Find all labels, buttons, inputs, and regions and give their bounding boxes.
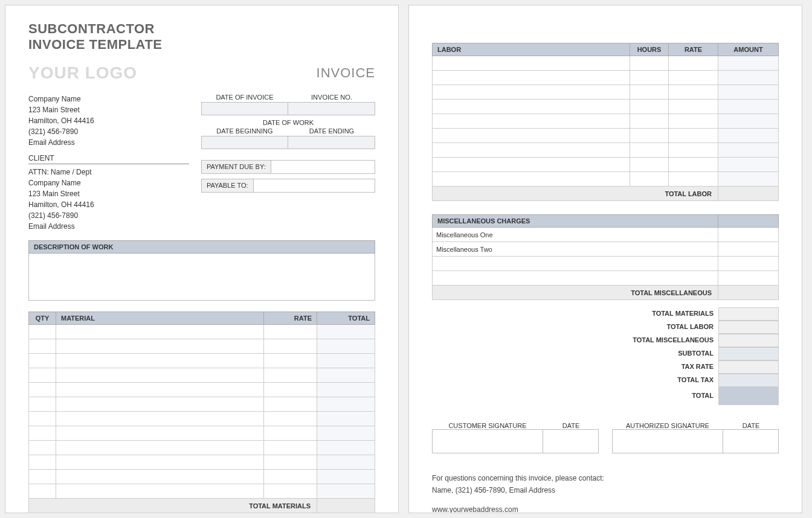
payable-to-input[interactable]	[253, 179, 375, 193]
grand-total-value	[718, 387, 779, 405]
invoice-page-1: SUBCONTRACTOR INVOICE TEMPLATE YOUR LOGO…	[5, 5, 399, 513]
title-line-2: INVOICE TEMPLATE	[28, 37, 375, 53]
customer-signature-label: CUSTOMER SIGNATURE	[432, 422, 543, 429]
client-attn: ATTN: Name / Dept	[28, 167, 189, 177]
authorized-date-label: DATE	[723, 422, 779, 429]
col-hours: HOURS	[630, 43, 669, 56]
total-misc-value	[718, 334, 779, 347]
client-phone: (321) 456-7890	[28, 210, 189, 221]
footer-url: www.yourwebaddress.com	[432, 505, 779, 513]
date-of-invoice-label: DATE OF INVOICE	[201, 94, 288, 102]
total-materials-value	[718, 307, 779, 321]
document-title: SUBCONTRACTOR INVOICE TEMPLATE	[28, 21, 375, 53]
company-info: Company Name 123 Main Street Hamilton, O…	[28, 94, 189, 148]
company-email: Email Address	[28, 137, 189, 148]
authorized-signature-input[interactable]	[613, 430, 723, 453]
title-line-1: SUBCONTRACTOR	[28, 21, 375, 37]
client-header: CLIENT	[28, 154, 189, 164]
grand-total-label: TOTAL	[616, 387, 718, 405]
invoice-no-label: INVOICE NO.	[288, 94, 375, 102]
total-tax-label: TOTAL TAX	[616, 374, 718, 387]
misc-table: MISCELLANEOUS CHARGES Miscellaneous One …	[432, 214, 779, 300]
misc-footer-value	[718, 286, 779, 300]
client-city: Hamilton, OH 44416	[28, 199, 189, 210]
logo-placeholder: YOUR LOGO	[28, 63, 137, 83]
total-labor-value	[718, 321, 779, 334]
company-street: 123 Main Street	[28, 104, 189, 115]
subtotal-value	[718, 347, 779, 360]
tax-rate-label: TAX RATE	[616, 360, 718, 374]
description-of-work-input[interactable]	[28, 254, 375, 301]
misc-row-1[interactable]: Miscellaneous Two	[433, 242, 718, 257]
misc-footer-label: TOTAL MISCELLANEOUS	[433, 286, 718, 300]
col-amount: AMOUNT	[718, 43, 779, 56]
payable-to-label: PAYABLE TO:	[201, 179, 253, 193]
invoice-no-input[interactable]	[288, 102, 375, 115]
total-tax-value	[718, 374, 779, 387]
footer-line2: Name, (321) 456-7890, Email Address	[432, 486, 779, 494]
company-city: Hamilton, OH 44416	[28, 115, 189, 126]
col-labor: LABOR	[433, 43, 630, 56]
col-qty: QTY	[29, 312, 56, 325]
materials-table: QTY MATERIAL RATE TOTAL TOTAL MATERIALS	[28, 312, 375, 513]
col-rate2: RATE	[669, 43, 718, 56]
total-labor-label: TOTAL LABOR	[616, 321, 718, 334]
labor-footer-label: TOTAL LABOR	[433, 187, 718, 201]
date-beginning-input[interactable]	[201, 136, 289, 149]
date-ending-label: DATE ENDING	[288, 127, 375, 136]
total-misc-label: TOTAL MISCELLANEOUS	[616, 334, 718, 347]
date-ending-input[interactable]	[288, 136, 375, 149]
footer-line1: For questions concerning this invoice, p…	[432, 474, 779, 482]
total-materials-label: TOTAL MATERIALS	[616, 307, 718, 321]
subtotal-label: SUBTOTAL	[616, 347, 718, 360]
misc-row-3[interactable]	[433, 271, 718, 286]
customer-date-label: DATE	[543, 422, 599, 429]
labor-table: LABOR HOURS RATE AMOUNT TOTAL LABOR	[432, 43, 779, 201]
client-street: 123 Main Street	[28, 188, 189, 199]
client-name: Company Name	[28, 177, 189, 188]
customer-date-input[interactable]	[543, 430, 598, 453]
invoice-heading: INVOICE	[317, 65, 375, 81]
payment-due-by-label: PAYMENT DUE BY:	[201, 160, 271, 174]
date-of-invoice-input[interactable]	[201, 102, 289, 115]
description-of-work-header: DESCRIPTION OF WORK	[28, 240, 375, 254]
authorized-date-input[interactable]	[723, 430, 778, 453]
misc-row-2[interactable]	[433, 257, 718, 271]
materials-rows	[29, 325, 375, 499]
col-rate: RATE	[264, 312, 317, 325]
totals-block: TOTAL MATERIALS TOTAL LABOR TOTAL MISCEL…	[432, 307, 779, 405]
col-total: TOTAL	[317, 312, 375, 325]
payment-due-by-input[interactable]	[271, 160, 375, 174]
authorized-signature-label: AUTHORIZED SIGNATURE	[612, 422, 723, 429]
misc-header: MISCELLANEOUS CHARGES	[433, 215, 718, 228]
labor-footer-value	[718, 187, 779, 201]
client-info: ATTN: Name / Dept Company Name 123 Main …	[28, 167, 189, 232]
company-phone: (321) 456-7890	[28, 126, 189, 137]
materials-footer-value	[317, 499, 375, 513]
date-beginning-label: DATE BEGINNING	[201, 127, 288, 136]
misc-row-0[interactable]: Miscellaneous One	[433, 228, 718, 242]
tax-rate-value[interactable]	[718, 360, 779, 374]
materials-footer-label: TOTAL MATERIALS	[29, 499, 317, 513]
col-material: MATERIAL	[56, 312, 264, 325]
company-name: Company Name	[28, 94, 189, 104]
customer-signature-input[interactable]	[433, 430, 543, 453]
invoice-page-2: LABOR HOURS RATE AMOUNT TOTAL LABOR	[408, 5, 802, 513]
client-email: Email Address	[28, 221, 189, 232]
date-of-work-label: DATE OF WORK	[201, 119, 375, 127]
